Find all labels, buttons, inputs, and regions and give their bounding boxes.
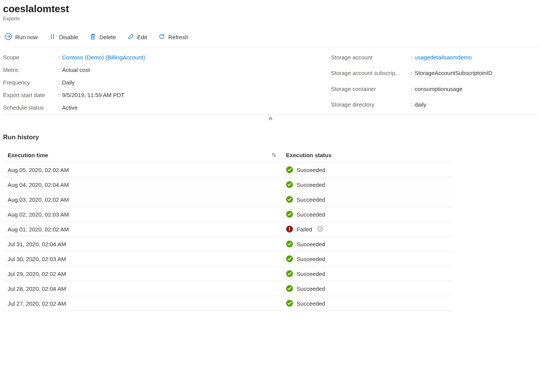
disable-button[interactable]: Disable [48, 32, 80, 42]
page-title: coeslalomtest [3, 3, 538, 15]
execution-status-cell: Succeeded [282, 296, 452, 311]
detail-value: Active [62, 104, 145, 111]
pencil-icon [127, 33, 134, 41]
status-text: Succeeded [297, 300, 325, 307]
col-execution-status[interactable]: Execution status [282, 148, 452, 163]
refresh-icon [158, 33, 165, 41]
status-text: Succeeded [297, 211, 325, 218]
execution-status-cell: Succeeded [282, 252, 452, 266]
details-right: Storage account:usagedetailsacmdemoStora… [331, 54, 492, 111]
detail-colon: : [58, 92, 62, 98]
delete-button[interactable]: Delete [88, 32, 117, 42]
run-now-button[interactable]: Run now [3, 32, 39, 42]
disable-label: Disable [59, 34, 78, 40]
edit-label: Edit [137, 34, 147, 40]
table-row[interactable]: Jul 30, 2020, 02:03 AMSucceeded [3, 252, 452, 266]
info-icon[interactable] [317, 226, 323, 232]
detail-value: daily [415, 101, 492, 108]
run-history-title: Run history [3, 134, 538, 141]
delete-label: Delete [99, 34, 116, 40]
execution-status-cell: Succeeded [282, 237, 452, 252]
execution-status-cell: Succeeded [282, 177, 452, 192]
success-icon [286, 181, 293, 188]
execution-time-cell: Jul 29, 2020, 02:02 AM [3, 266, 282, 281]
table-row[interactable]: Aug 05, 2020, 02:02 AMSucceeded [3, 163, 452, 177]
detail-colon: : [58, 79, 62, 86]
svg-point-6 [289, 230, 290, 231]
refresh-label: Refresh [168, 34, 188, 40]
table-row[interactable]: Aug 03, 2020, 02:02 AMSucceeded [3, 192, 452, 207]
detail-colon: : [411, 101, 415, 108]
execution-status-cell: Succeeded [282, 192, 452, 207]
execution-time-cell: Jul 27, 2020, 02:02 AM [3, 296, 282, 311]
details-panel: Scope:Contoso (Demo) (BillingAccount)Met… [3, 47, 538, 115]
success-icon [286, 196, 293, 203]
sort-icon[interactable] [271, 152, 277, 158]
detail-value[interactable]: Contoso (Demo) (BillingAccount) [62, 54, 145, 61]
edit-button[interactable]: Edit [126, 32, 149, 42]
table-row[interactable]: Aug 04, 2020, 02:04 AMSucceeded [3, 177, 452, 192]
page-subtitle: Exports [3, 16, 538, 21]
run-now-label: Run now [15, 34, 38, 40]
table-row[interactable]: Aug 01, 2020, 02:02 AMFailed [3, 222, 452, 237]
success-icon [286, 241, 293, 247]
success-icon [286, 211, 293, 218]
execution-time-cell: Jul 28, 2020, 02:04 AM [3, 281, 282, 296]
detail-colon: : [411, 70, 415, 76]
col-execution-time[interactable]: Execution time [3, 148, 282, 163]
success-icon [286, 255, 293, 262]
status-text: Succeeded [297, 256, 325, 262]
run-history-table: Execution time Execution status Aug 05, … [3, 148, 452, 311]
detail-label: Export start date [3, 92, 58, 98]
table-row[interactable]: Jul 29, 2020, 02:02 AMSucceeded [3, 266, 452, 281]
execution-status-cell: Succeeded [282, 207, 452, 222]
toolbar: Run now Disable Delete Edit Refresh [3, 32, 538, 47]
execution-time-cell: Jul 31, 2020, 02:04 AM [3, 237, 282, 252]
status-text: Succeeded [297, 196, 325, 203]
detail-colon: : [411, 86, 415, 92]
col-execution-status-label: Execution status [286, 152, 332, 158]
detail-label: Storage container [331, 86, 411, 92]
detail-value: 9/5/2019, 11:59 AM PDT [62, 92, 145, 98]
refresh-button[interactable]: Refresh [157, 32, 190, 42]
execution-status-cell: Succeeded [282, 163, 452, 177]
execution-time-cell: Jul 30, 2020, 02:03 AM [3, 252, 282, 266]
detail-colon: : [411, 54, 415, 61]
detail-colon: : [58, 67, 62, 73]
detail-value: consumptionusage [415, 86, 492, 92]
status-text: Succeeded [297, 241, 325, 247]
execution-status-cell: Succeeded [282, 281, 452, 296]
status-text: Succeeded [297, 182, 325, 188]
collapse-details-button[interactable] [3, 115, 538, 124]
execution-time-cell: Aug 02, 2020, 02:03 AM [3, 207, 282, 222]
trash-icon [89, 33, 96, 41]
execution-status-cell: Succeeded [282, 266, 452, 281]
status-text: Succeeded [297, 271, 325, 277]
detail-label: Metric [3, 67, 58, 73]
success-icon [286, 300, 293, 307]
success-icon [286, 166, 293, 173]
detail-value[interactable]: usagedetailsacmdemo [415, 54, 492, 61]
details-left: Scope:Contoso (Demo) (BillingAccount)Met… [3, 54, 145, 111]
detail-label: Storage account [331, 54, 411, 61]
detail-value: Actual cost [62, 67, 145, 73]
detail-value: StorageAccountSubscriptoinID [415, 70, 492, 76]
status-text: Succeeded [297, 285, 325, 292]
status-text: Succeeded [297, 167, 325, 173]
table-row[interactable]: Jul 27, 2020, 02:02 AMSucceeded [3, 296, 452, 311]
execution-time-cell: Aug 03, 2020, 02:02 AM [3, 192, 282, 207]
table-row[interactable]: Aug 02, 2020, 02:03 AMSucceeded [3, 207, 452, 222]
chevron-double-up-icon [268, 116, 273, 122]
detail-colon: : [58, 104, 62, 111]
execution-time-cell: Aug 01, 2020, 02:02 AM [3, 222, 282, 237]
table-row[interactable]: Jul 28, 2020, 02:04 AMSucceeded [3, 281, 452, 296]
execution-time-cell: Aug 04, 2020, 02:04 AM [3, 177, 282, 192]
success-icon [286, 270, 293, 277]
run-now-icon [5, 33, 12, 41]
detail-label: Scope [3, 54, 58, 61]
error-icon [286, 226, 293, 233]
detail-label: Storage directory [331, 101, 411, 108]
detail-label: Schedule status [3, 104, 58, 111]
pause-icon [49, 33, 56, 41]
table-row[interactable]: Jul 31, 2020, 02:04 AMSucceeded [3, 237, 452, 252]
